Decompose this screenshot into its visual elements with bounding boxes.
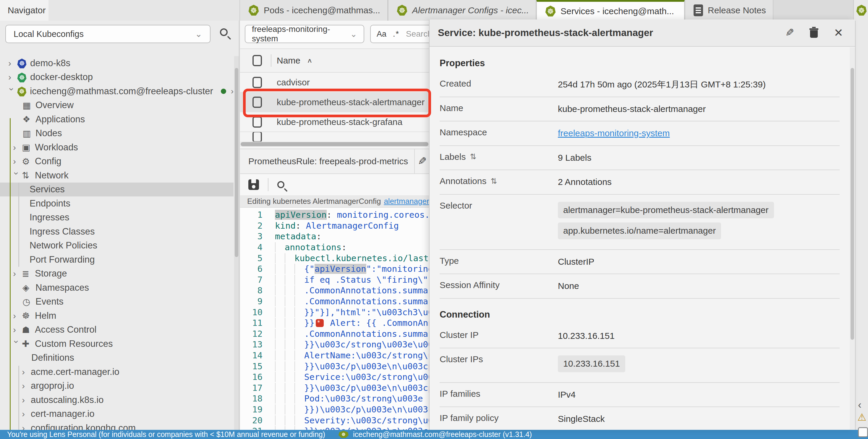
chevron-collapsed-icon[interactable]: › <box>13 269 22 279</box>
sidebar-item-label: Config <box>35 156 61 167</box>
editor-toolbar <box>240 174 430 195</box>
sidebar-item-ingresses[interactable]: Ingresses <box>0 211 234 225</box>
sidebar-item-cert-manager-io[interactable]: ›cert-manager.io <box>0 407 234 421</box>
sidebar-item-demo-k8s[interactable]: ›☸demo-k8s <box>0 56 234 70</box>
sidebar-item-docker-desktop[interactable]: ›☸docker-desktop <box>0 70 234 85</box>
row-checkbox[interactable] <box>252 132 262 141</box>
row-checkbox[interactable] <box>252 77 262 88</box>
indent-guide <box>294 307 304 317</box>
overflow-tab-fragment[interactable]: ☸ <box>853 0 868 21</box>
sidebar-item-network-policies[interactable]: Network Policies <box>0 239 234 253</box>
table-row[interactable]: cadvisor <box>240 73 430 93</box>
warning-icon[interactable]: ⚠ <box>857 411 866 423</box>
chevron-collapsed-icon[interactable]: › <box>22 395 31 405</box>
sidebar-item-overview[interactable]: ▦Overview <box>0 98 234 112</box>
regex-icon[interactable]: .* <box>393 30 399 39</box>
sidebar-search-button[interactable] <box>220 28 228 37</box>
sidebar-scrollbar[interactable] <box>234 56 239 430</box>
chevron-collapsed-icon[interactable]: › <box>22 367 31 377</box>
code-line: 18Pod:\u003c/strong\u003e {{ .Co <box>240 393 430 404</box>
active-cluster-status[interactable]: ☸ icecheng@mathmast.com@freeleaps-cluste… <box>338 430 532 439</box>
sidebar-item-applications[interactable]: ❖Applications <box>0 112 234 127</box>
chevron-collapsed-icon[interactable]: › <box>13 311 22 321</box>
nodes-icon: ▥ <box>23 128 35 139</box>
sidebar-item-events[interactable]: ◷Events <box>0 295 234 309</box>
applications-icon: ❖ <box>23 114 35 124</box>
editing-resource-link[interactable]: alertmanager <box>384 197 429 206</box>
row-checkbox[interactable] <box>252 97 262 108</box>
collapse-panel-icon[interactable]: ‹ <box>858 399 862 411</box>
kubeconfig-select[interactable]: Local Kubeconfigs ⌄ <box>5 25 211 43</box>
code-content: Pod:\u003c/strong\u003e {{ .Co <box>263 394 430 404</box>
select-all-checkbox[interactable] <box>252 55 262 66</box>
sidebar-item-network[interactable]: ›⇅Network <box>0 168 234 182</box>
chevron-collapsed-icon[interactable]: › <box>8 72 17 82</box>
table-row[interactable]: kube-prometheus-stack-alertmanager <box>240 93 430 112</box>
indent-guide <box>285 253 294 263</box>
name-column-header[interactable]: Name <box>277 56 300 66</box>
sidebar-item-acme-cert-manager-io[interactable]: ›acme.cert-manager.io <box>0 365 234 379</box>
edit-service-button[interactable]: ✎ <box>785 27 794 39</box>
drawer-title: Service: kube-prometheus-stack-alertmana… <box>438 27 785 38</box>
tab-services[interactable]: ☸Services - icecheng@math...× <box>536 0 685 21</box>
sidebar-item-icecheng-mathmast-com-freeleaps-cluster[interactable]: ›☸icecheng@mathmast.com@freeleaps-cluste… <box>0 84 234 98</box>
sidebar-item-namespaces[interactable]: ◈Namespaces <box>0 281 234 295</box>
line-number: 2 <box>240 221 263 231</box>
sidebar-item-helm[interactable]: ›☸Helm <box>0 309 234 323</box>
chevron-collapsed-icon[interactable]: › <box>13 325 22 335</box>
editor-search-icon[interactable] <box>277 181 284 188</box>
chevron-right-icon[interactable]: › <box>231 87 234 96</box>
sort-ascending-icon[interactable]: ∧ <box>307 57 312 64</box>
chevron-expanded-icon[interactable]: › <box>7 88 17 97</box>
list-search-box[interactable]: Aa .* Search <box>370 25 430 43</box>
chevron-collapsed-icon[interactable]: › <box>13 142 22 153</box>
sidebar-item-configuration-konghq-com[interactable]: ›configuration.konghq.com <box>0 421 234 430</box>
delete-service-button[interactable] <box>809 28 818 38</box>
tab-pods[interactable]: ☸Pods - icecheng@mathmas... <box>240 0 388 21</box>
drawer-scrollbar-thumb[interactable] <box>850 68 854 340</box>
chevron-collapsed-icon[interactable]: › <box>22 381 31 391</box>
tab-release[interactable]: Release Notes <box>685 0 773 21</box>
namespace-link[interactable]: freeleaps-monitoring-system <box>558 128 670 138</box>
sidebar-item-autoscaling-k8s-io[interactable]: ›autoscaling.k8s.io <box>0 393 234 407</box>
namespace-select[interactable]: freeleaps-monitoring-system ⌄ <box>245 25 364 43</box>
toolbar-divider <box>268 178 269 191</box>
chevron-collapsed-icon[interactable]: › <box>22 423 31 430</box>
drawer-scrollbar[interactable] <box>850 47 855 430</box>
code-token: : <box>316 231 321 241</box>
edit-rule-button[interactable]: ✎ <box>414 149 430 173</box>
sidebar-item-storage[interactable]: ›≣Storage <box>0 267 234 281</box>
sidebar-item-nodes[interactable]: ▥Nodes <box>0 127 234 141</box>
sort-toggle-icon[interactable]: ⇅ <box>470 152 476 161</box>
chevron-collapsed-icon[interactable]: › <box>22 409 31 419</box>
chevron-expanded-icon[interactable]: › <box>11 172 22 181</box>
chevron-expanded-icon[interactable]: › <box>11 340 22 349</box>
sidebar-item-endpoints[interactable]: Endpoints <box>0 197 234 211</box>
close-drawer-button[interactable]: ✕ <box>834 26 843 39</box>
sidebar-item-port-forwarding[interactable]: Port Forwarding <box>0 252 234 267</box>
sidebar-item-definitions[interactable]: Definitions <box>0 351 234 365</box>
table-row-partial[interactable] <box>240 132 430 141</box>
table-row[interactable]: kube-prometheus-stack-grafana <box>240 112 430 132</box>
chevron-collapsed-icon[interactable]: › <box>8 58 17 68</box>
detail-label-text: Selector <box>440 201 472 211</box>
sidebar-item-ingress-classes[interactable]: Ingress Classes <box>0 225 234 239</box>
chevron-collapsed-icon[interactable]: › <box>13 156 22 166</box>
sidebar-item-custom-resources[interactable]: ›✚Custom Resources <box>0 337 234 351</box>
row-checkbox[interactable] <box>252 116 262 128</box>
yaml-editor[interactable]: 1apiVersion: monitoring.coreos.com/v12ki… <box>240 208 430 430</box>
horizontal-scrollbar[interactable] <box>240 141 430 147</box>
detail-label-text: Session Affinity <box>440 280 500 290</box>
sort-toggle-icon[interactable]: ⇅ <box>491 177 497 186</box>
drawer-header: Service: kube-prometheus-stack-alertmana… <box>430 20 855 47</box>
sidebar-item-config[interactable]: ›⚙Config <box>0 155 234 169</box>
horizontal-scrollbar-thumb[interactable] <box>241 142 428 146</box>
sidebar-item-services[interactable]: Services <box>0 182 234 197</box>
save-icon[interactable] <box>248 179 259 190</box>
sidebar-item-workloads[interactable]: ›▣Workloads <box>0 140 234 155</box>
tab-alertmanager[interactable]: ☸Alertmanager Configs - icec... <box>388 0 536 21</box>
sidebar-scrollbar-thumb[interactable] <box>235 68 238 257</box>
match-case-icon[interactable]: Aa <box>377 30 386 39</box>
sidebar-item-argoproj-io[interactable]: ›argoproj.io <box>0 379 234 393</box>
sidebar-item-access-control[interactable]: ›☗Access Control <box>0 323 234 337</box>
